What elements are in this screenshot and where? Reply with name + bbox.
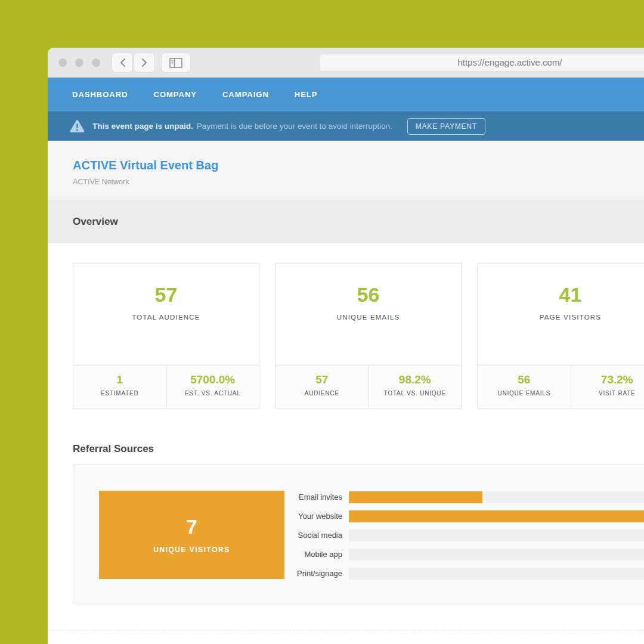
substat-value: 56 xyxy=(478,374,571,385)
referral-bar-label: Mobile app xyxy=(73,545,342,564)
stat-label: UNIQUE EMAILS xyxy=(275,314,461,321)
substat-label: VISIT RATE xyxy=(571,390,644,397)
main-content: 57 TOTAL AUDIENCE 1 ESTIMATED 5700.0% ES… xyxy=(48,243,644,603)
referral-bar-track xyxy=(349,549,644,561)
back-button[interactable] xyxy=(112,52,133,73)
page-subtitle: ACTIVE Network xyxy=(73,178,644,186)
substat-label: UNIQUE EMAILS xyxy=(478,390,571,397)
address-bar[interactable]: https://engage.active.com/ xyxy=(319,54,644,72)
referral-bar-row: Email invites xyxy=(73,488,644,507)
referral-bar-label: Print/signage xyxy=(73,564,342,583)
substat-value: 57 xyxy=(275,374,369,385)
forward-icon xyxy=(141,58,148,67)
substat-cell: 57 AUDIENCE xyxy=(275,366,369,408)
referral-bar-label: Social media xyxy=(73,526,342,545)
page-title[interactable]: ACTIVE Virtual Event Bag xyxy=(73,159,644,172)
stat-card-page-visitors: 41 PAGE VISITORS 56 UNIQUE EMAILS 73.2% … xyxy=(477,264,644,408)
referral-bar-track xyxy=(349,510,644,522)
substat-label: TOTAL VS. UNIQUE xyxy=(369,390,462,397)
stat-card-main: 41 PAGE VISITORS xyxy=(478,264,644,366)
page-header: ACTIVE Virtual Event Bag ACTIVE Network xyxy=(48,141,644,200)
referral-bar-fill xyxy=(349,510,644,522)
substat-label: EST. VS. ACTUAL xyxy=(167,390,259,397)
referral-bar-label: Your website xyxy=(73,507,342,526)
stat-card-substats: 57 AUDIENCE 98.2% TOTAL VS. UNIQUE xyxy=(275,366,461,408)
stat-card-total-audience: 57 TOTAL AUDIENCE 1 ESTIMATED 5700.0% ES… xyxy=(73,264,259,408)
stat-label: PAGE VISITORS xyxy=(478,314,644,321)
stat-card-unique-emails: 56 UNIQUE EMAILS 57 AUDIENCE 98.2% TOTAL… xyxy=(275,264,462,408)
nav-item-company[interactable]: COMPANY xyxy=(154,90,197,99)
substat-cell: 73.2% VISIT RATE xyxy=(571,366,644,408)
bottom-divider xyxy=(48,630,644,630)
stat-label: TOTAL AUDIENCE xyxy=(73,314,259,321)
referral-bar-row: Mobile app xyxy=(73,545,644,564)
minimize-window-button[interactable] xyxy=(75,58,83,67)
desktop-background: https://engage.active.com/ DASHBOARD COM… xyxy=(0,0,644,644)
substat-cell: 5700.0% EST. VS. ACTUAL xyxy=(166,366,259,408)
substat-value: 98.2% xyxy=(369,374,462,385)
substat-cell: 1 ESTIMATED xyxy=(73,366,166,408)
back-icon xyxy=(119,58,126,67)
referral-bar-chart: Email invites Your website Social media xyxy=(73,488,644,583)
referral-bar-row: Print/signage xyxy=(73,564,644,583)
referral-bar-label: Email invites xyxy=(73,488,342,507)
stat-value: 56 xyxy=(275,284,461,305)
sidebar-icon xyxy=(169,58,182,68)
warning-icon xyxy=(70,120,85,133)
substat-label: AUDIENCE xyxy=(275,390,369,397)
alert-bold-text: This event page is unpaid. xyxy=(92,122,193,131)
referral-bar-fill xyxy=(349,491,482,503)
referral-bar-track xyxy=(349,530,644,541)
nav-item-help[interactable]: HELP xyxy=(295,90,318,99)
substat-label: ESTIMATED xyxy=(73,390,166,397)
maximize-window-button[interactable] xyxy=(92,58,100,67)
nav-item-campaign[interactable]: CAMPAIGN xyxy=(222,90,269,99)
referral-bar-row: Your website xyxy=(73,507,644,526)
stat-value: 57 xyxy=(73,284,259,305)
referral-bar-track xyxy=(349,568,644,580)
substat-cell: 98.2% TOTAL VS. UNIQUE xyxy=(369,366,462,408)
nav-item-dashboard[interactable]: DASHBOARD xyxy=(72,90,128,99)
alert-body-text: Payment is due before your event to avoi… xyxy=(197,122,392,131)
sidebar-toggle-button[interactable] xyxy=(161,52,191,73)
stat-value: 41 xyxy=(478,284,644,305)
make-payment-button[interactable]: MAKE PAYMENT xyxy=(407,118,485,135)
browser-window: https://engage.active.com/ DASHBOARD COM… xyxy=(48,48,644,644)
referral-sources-panel: 7 UNIQUE VISITORS Email invites Your web… xyxy=(73,465,644,603)
unpaid-alert-banner: This event page is unpaid. Payment is du… xyxy=(48,112,644,141)
stat-card-main: 57 TOTAL AUDIENCE xyxy=(73,264,259,366)
substat-value: 1 xyxy=(73,374,166,385)
referral-sources-title: Referral Sources xyxy=(73,443,644,455)
substat-cell: 56 UNIQUE EMAILS xyxy=(478,366,571,408)
substat-value: 73.2% xyxy=(571,374,644,385)
overview-section-header: Overview xyxy=(48,200,644,243)
referral-bar-row: Social media xyxy=(73,526,644,545)
overview-section-title: Overview xyxy=(73,216,118,228)
close-window-button[interactable] xyxy=(58,58,67,67)
stat-card-substats: 56 UNIQUE EMAILS 73.2% VISIT RATE xyxy=(478,366,644,408)
referral-bar-track xyxy=(349,491,644,503)
main-navbar: DASHBOARD COMPANY CAMPAIGN HELP xyxy=(48,78,644,112)
stat-card-main: 56 UNIQUE EMAILS xyxy=(275,264,461,366)
stat-cards-row: 57 TOTAL AUDIENCE 1 ESTIMATED 5700.0% ES… xyxy=(73,264,644,408)
forward-button[interactable] xyxy=(134,52,155,73)
substat-value: 5700.0% xyxy=(167,374,259,385)
browser-chrome: https://engage.active.com/ xyxy=(48,48,644,78)
stat-card-substats: 1 ESTIMATED 5700.0% EST. VS. ACTUAL xyxy=(73,366,259,408)
